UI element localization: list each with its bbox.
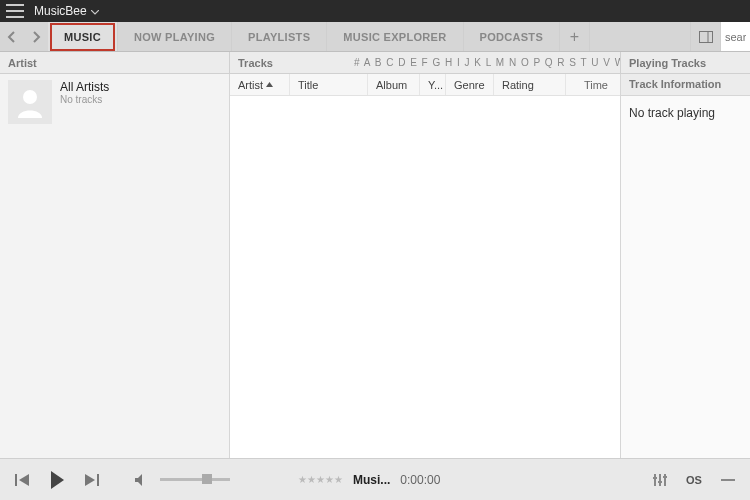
artist-info: All Artists No tracks — [60, 80, 109, 124]
next-button[interactable] — [80, 468, 104, 492]
tab-label: MUSIC EXPLORER — [343, 31, 446, 43]
search-box[interactable] — [720, 22, 750, 51]
sort-asc-icon — [266, 82, 273, 87]
back-button[interactable] — [0, 22, 24, 51]
svg-rect-0 — [699, 31, 712, 42]
tab-music-explorer[interactable]: MUSIC EXPLORER — [327, 22, 463, 51]
artist-name: All Artists — [60, 80, 109, 94]
tab-label: MUSIC — [64, 31, 101, 43]
title-bar: MusicBee — [0, 0, 750, 22]
person-icon — [12, 84, 48, 120]
col-artist[interactable]: Artist — [230, 74, 290, 95]
speaker-icon — [135, 474, 149, 486]
col-time[interactable]: Time — [566, 74, 620, 95]
svg-rect-9 — [658, 481, 662, 483]
col-title[interactable]: Title — [290, 74, 368, 95]
artist-row-all[interactable]: All Artists No tracks — [0, 74, 229, 130]
artist-subtext: No tracks — [60, 94, 109, 105]
nav-tabs: MUSIC NOW PLAYING PLAYLISTS MUSIC EXPLOR… — [48, 22, 590, 51]
player-right-icons: OS — [648, 468, 740, 492]
main-area: All Artists No tracks Artist Title Album… — [0, 74, 750, 458]
tab-podcasts[interactable]: PODCASTS — [464, 22, 561, 51]
equalizer-button[interactable] — [648, 468, 672, 492]
col-album[interactable]: Album — [368, 74, 420, 95]
chevron-down-icon — [91, 10, 99, 15]
now-playing-title: Musi... — [353, 473, 390, 487]
svg-rect-11 — [721, 479, 735, 481]
mini-player-button[interactable] — [716, 468, 740, 492]
tab-label: PLAYLISTS — [248, 31, 310, 43]
toolbar: MUSIC NOW PLAYING PLAYLISTS MUSIC EXPLOR… — [0, 22, 750, 52]
col-rating[interactable]: Rating — [494, 74, 566, 95]
tab-label: NOW PLAYING — [134, 31, 215, 43]
player-bar: ★★★★★ Musi... 0:00:00 OS — [0, 458, 750, 500]
header-artist[interactable]: Artist — [0, 52, 230, 73]
menu-icon[interactable] — [6, 4, 24, 18]
svg-rect-8 — [653, 477, 657, 479]
lastfm-button[interactable]: OS — [682, 468, 706, 492]
track-list[interactable] — [230, 96, 620, 458]
header-playing-tracks: Playing Tracks — [620, 52, 750, 73]
app-title-text: MusicBee — [34, 4, 87, 18]
tab-now-playing[interactable]: NOW PLAYING — [118, 22, 232, 51]
panel-toggle-button[interactable] — [690, 22, 720, 51]
tracks-panel: Artist Title Album Y... Genre Rating Tim… — [230, 74, 620, 458]
col-genre[interactable]: Genre — [446, 74, 494, 95]
svg-rect-7 — [664, 474, 666, 486]
search-input[interactable] — [721, 22, 750, 51]
col-year[interactable]: Y... — [420, 74, 446, 95]
tab-playlists[interactable]: PLAYLISTS — [232, 22, 327, 51]
forward-button[interactable] — [24, 22, 48, 51]
skip-back-icon — [15, 474, 29, 486]
minimize-icon — [721, 476, 735, 484]
play-button[interactable] — [42, 468, 72, 492]
svg-rect-3 — [15, 474, 17, 486]
add-tab-button[interactable]: + — [560, 22, 590, 51]
elapsed-time: 0:00:00 — [400, 473, 440, 487]
tab-music[interactable]: MUSIC — [48, 22, 118, 51]
volume-slider[interactable] — [160, 478, 230, 481]
lastfm-label: OS — [686, 474, 702, 486]
skip-forward-icon — [85, 474, 99, 486]
svg-rect-10 — [663, 476, 667, 478]
volume-knob[interactable] — [202, 474, 212, 484]
svg-rect-5 — [654, 474, 656, 486]
tab-label: PODCASTS — [480, 31, 544, 43]
avatar-placeholder — [8, 80, 52, 124]
right-panel: Track Information No track playing — [620, 74, 750, 458]
alpha-jump-bar[interactable]: # A B C D E F G H I J K L M N O P Q R S … — [346, 52, 620, 73]
mute-button[interactable] — [130, 468, 154, 492]
header-tracks[interactable]: Tracks — [230, 52, 346, 73]
now-playing-info: ★★★★★ Musi... 0:00:00 — [298, 473, 640, 487]
svg-rect-4 — [97, 474, 99, 486]
artist-panel: All Artists No tracks — [0, 74, 230, 458]
rating-stars[interactable]: ★★★★★ — [298, 474, 343, 485]
equalizer-icon — [653, 474, 667, 486]
column-headers: Artist Tracks # A B C D E F G H I J K L … — [0, 52, 750, 74]
svg-point-2 — [23, 90, 37, 104]
track-info-content: No track playing — [621, 96, 750, 130]
panel-icon — [699, 31, 713, 43]
prev-button[interactable] — [10, 468, 34, 492]
volume-control — [130, 468, 230, 492]
track-info-header: Track Information — [621, 74, 750, 96]
track-column-headers: Artist Title Album Y... Genre Rating Tim… — [230, 74, 620, 96]
app-title[interactable]: MusicBee — [34, 4, 99, 18]
play-icon — [48, 471, 66, 489]
svg-rect-6 — [659, 474, 661, 486]
